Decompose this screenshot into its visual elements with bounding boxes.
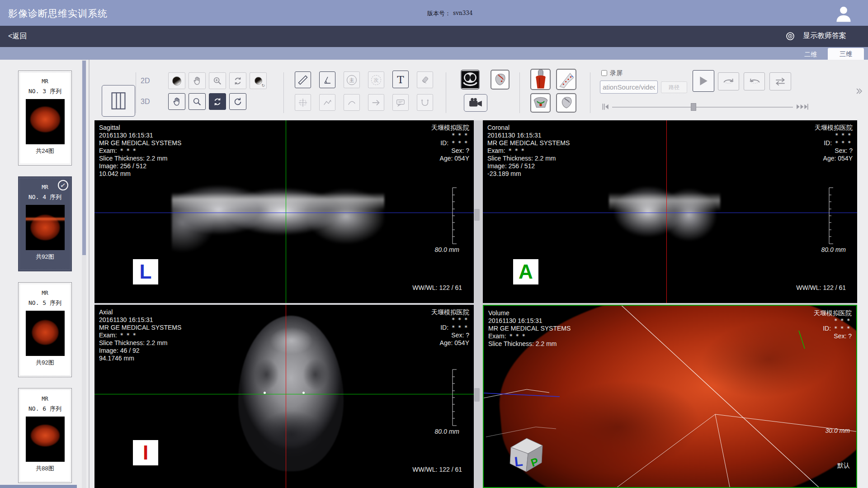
application-window: 影像诊断思维实训系统 版本号： svn334 <返回 显示教师答案 二维 三维 …	[0, 0, 868, 488]
series-name: NO. 6 序列	[19, 405, 71, 413]
rotate-3d-button-active[interactable]	[209, 93, 226, 110]
splitter-handle[interactable]	[474, 388, 480, 402]
movie-camera-icon	[468, 98, 483, 108]
rotate-button[interactable]	[229, 72, 246, 89]
heart-small-icon	[557, 95, 576, 111]
arrow-button[interactable]	[368, 94, 384, 111]
volume-preset-label[interactable]: 默认	[837, 462, 850, 470]
timeline-slider-track[interactable]	[612, 107, 793, 108]
axial-scale-label: 80.0 mm	[435, 428, 459, 435]
reset-3d-button[interactable]	[229, 93, 246, 110]
hand-icon	[172, 97, 182, 107]
more-chevron-icon[interactable]	[856, 88, 863, 96]
eye-icon	[786, 32, 795, 41]
top-bar: 影像诊断思维实训系统 版本号： svn334	[0, 0, 868, 26]
contrast-button[interactable]	[168, 72, 185, 89]
lung-ct-button[interactable]	[461, 70, 480, 90]
cobb-angle-icon	[420, 98, 430, 108]
sidebar-scrollbar[interactable]	[82, 60, 86, 488]
show-teacher-answer-button[interactable]: 显示教师答案	[803, 31, 846, 41]
zoom-in-button[interactable]	[209, 72, 226, 89]
sagittal-crosshair-horizontal[interactable]	[94, 213, 474, 213]
foot-skeleton-button[interactable]	[556, 69, 576, 90]
knee-muscle-button[interactable]	[530, 69, 551, 90]
eraser-button[interactable]	[417, 71, 433, 88]
roi-secondary-button[interactable]: 次	[368, 71, 384, 88]
swap-arrows-icon	[774, 77, 787, 86]
loop-backward-button[interactable]	[744, 72, 765, 90]
path-button[interactable]: 路径	[661, 81, 687, 93]
series-card-4-selected[interactable]: ✓ MR NO. 4 序列 共92图	[18, 176, 72, 271]
axial-crosshair-vertical[interactable]	[286, 305, 286, 488]
sidebar-hscrollbar[interactable]	[0, 485, 77, 488]
coronal-image	[609, 174, 720, 252]
coronal-wwwl: WW/WL: 122 / 61	[796, 284, 846, 291]
text-annotation-button[interactable]: T	[392, 71, 409, 88]
axial-orientation-letter: I	[133, 440, 158, 465]
series-count: 共24图	[19, 147, 71, 155]
coronal-crosshair-horizontal[interactable]	[483, 213, 857, 213]
crosshair-roi-button[interactable]	[295, 94, 311, 111]
record-checkbox[interactable]	[601, 70, 607, 76]
heart-3d-icon	[492, 71, 508, 88]
pelvis-3d-button[interactable]	[530, 93, 551, 113]
viewport-grid: Sagittal 20161130 16:15:31 MR GE MEDICAL…	[94, 120, 857, 488]
comment-button[interactable]	[392, 94, 409, 111]
nav-bar: <返回 显示教师答案	[0, 26, 868, 47]
knee-muscle-icon	[532, 70, 550, 89]
zoom-3d-button[interactable]	[189, 93, 206, 110]
sidebar-scrollbar-thumb[interactable]	[82, 61, 86, 255]
user-profile-icon[interactable]	[834, 4, 854, 24]
ruler-button[interactable]	[295, 71, 311, 88]
angle-button[interactable]	[319, 71, 335, 88]
roi-primary-button[interactable]: 主	[344, 71, 360, 88]
viewport-sagittal[interactable]: Sagittal 20161130 16:15:31 MR GE MEDICAL…	[94, 120, 474, 303]
series-card-3[interactable]: MR NO. 3 序列 共24图	[18, 71, 72, 166]
play-button[interactable]	[693, 70, 714, 92]
pan-button[interactable]	[189, 72, 206, 89]
tab-3d[interactable]: 三维	[828, 48, 864, 60]
axial-patient-block: 天堰模拟医院 ＊＊＊ ID: ＊＊＊ Sex: ? Age: 054Y	[431, 308, 469, 347]
curve-button[interactable]	[344, 94, 360, 111]
sagittal-wwwl: WW/WL: 122 / 61	[412, 284, 462, 291]
axial-crosshair-horizontal[interactable]	[94, 394, 474, 394]
mode-3d-label: 3D	[141, 98, 150, 106]
series-card-5[interactable]: MR NO. 5 序列 共92图	[18, 282, 72, 377]
version-label: 版本号：	[427, 9, 451, 18]
slider-prev-icon[interactable]	[601, 103, 609, 113]
viewport-coronal[interactable]: Coronal 20161130 16:15:31 MR GE MEDICAL …	[483, 120, 857, 303]
pan-3d-button[interactable]	[168, 93, 185, 110]
tab-2d[interactable]: 二维	[798, 49, 823, 60]
back-button[interactable]: <返回	[8, 32, 27, 41]
coronal-crosshair-vertical[interactable]	[666, 120, 667, 303]
tab-strip: 二维 三维	[0, 47, 868, 60]
series-name: NO. 3 序列	[19, 87, 71, 95]
sagittal-crosshair-vertical[interactable]	[286, 120, 286, 303]
timeline-slider-thumb[interactable]	[691, 103, 696, 111]
heart-small-button[interactable]	[556, 93, 576, 113]
cobb-angle-button[interactable]	[417, 94, 433, 111]
zoom-in-icon	[212, 76, 222, 86]
viewport-axial[interactable]: Axial 20161130 16:15:31 MR GE MEDICAL SY…	[94, 305, 474, 488]
contrast-reset-button[interactable]: ↻	[250, 72, 267, 89]
layout-button[interactable]	[102, 85, 135, 117]
swap-direction-button[interactable]	[769, 72, 791, 90]
series-count: 共92图	[19, 253, 71, 261]
splitter-handle[interactable]	[474, 209, 480, 221]
viewport-volume[interactable]: Volume 20161130 16:15:31 MR GE MEDICAL S…	[483, 305, 857, 488]
toolbar: 2D ↻ 3D	[90, 60, 868, 120]
arrow-icon	[371, 98, 381, 108]
orientation-cube[interactable]: L P	[505, 434, 545, 474]
screenshot-camera-button[interactable]	[464, 94, 487, 112]
slider-next-icon[interactable]	[796, 103, 809, 113]
eraser-icon	[420, 75, 430, 85]
record-path-input[interactable]	[600, 81, 658, 94]
polyline-button[interactable]	[319, 94, 335, 111]
refresh-icon	[233, 97, 243, 107]
coronal-scale-label: 80.0 mm	[821, 246, 846, 253]
series-card-6[interactable]: MR NO. 6 序列 共88图	[18, 388, 72, 483]
loop-forward-button[interactable]	[718, 72, 739, 90]
loop-backward-icon	[748, 77, 761, 86]
series-sidebar: MR NO. 3 序列 共24图 ✓ MR NO. 4 序列 共92图 MR N…	[0, 60, 89, 488]
heart-3d-button[interactable]	[491, 70, 509, 90]
